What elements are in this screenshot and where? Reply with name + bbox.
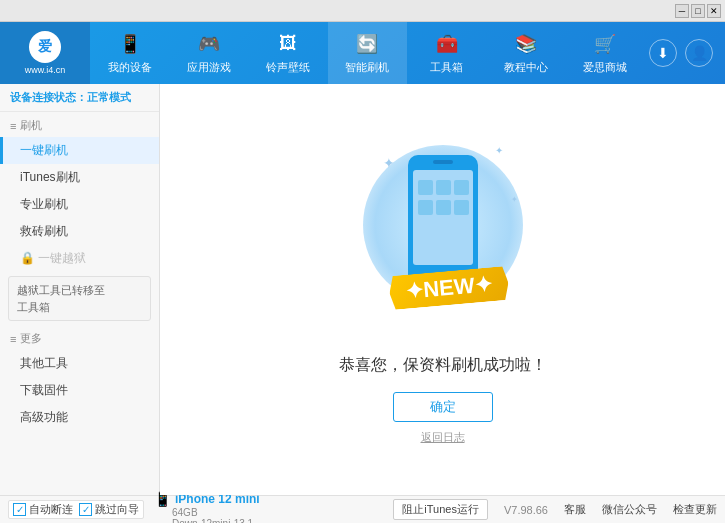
user-button[interactable]: 👤 — [685, 39, 713, 67]
new-badge-star-left: ✦ — [404, 277, 424, 303]
svg-rect-6 — [454, 180, 469, 195]
logo-icon: 爱 — [38, 38, 52, 56]
section2-icon: ≡ — [10, 333, 16, 345]
status-value: 正常模式 — [87, 91, 131, 103]
warning-text: 越狱工具已转移至工具箱 — [17, 284, 105, 313]
section2-label: 更多 — [20, 331, 42, 346]
main-layout: 设备连接状态：正常模式 ≡ 刷机 一键刷机 iTunes刷机 专业刷机 救砖刷机… — [0, 84, 725, 495]
download-fw-label: 下载固件 — [20, 383, 68, 397]
version-text: V7.98.66 — [504, 504, 548, 516]
toolbox-icon: 🧰 — [435, 32, 459, 56]
header: 爱 www.i4.cn 📱 我的设备 🎮 应用游戏 🖼 铃声壁纸 🔄 智能刷机 … — [0, 22, 725, 84]
sidebar-section-more: ≡ 更多 — [0, 325, 159, 350]
maximize-button[interactable]: □ — [691, 4, 705, 18]
other-tools-label: 其他工具 — [20, 356, 68, 370]
svg-rect-9 — [454, 200, 469, 215]
title-bar: ─ □ ✕ — [0, 0, 725, 22]
jailbreak-label: 一键越狱 — [38, 251, 86, 265]
wechat-link[interactable]: 微信公众号 — [602, 502, 657, 517]
svg-rect-8 — [436, 200, 451, 215]
advanced-label: 高级功能 — [20, 410, 68, 424]
device-capacity: 64GB — [172, 507, 260, 518]
logo-area: 爱 www.i4.cn — [0, 22, 90, 84]
sidebar-item-download-fw[interactable]: 下载固件 — [0, 377, 159, 404]
nav-label-my-device: 我的设备 — [108, 60, 152, 75]
sidebar-item-advanced[interactable]: 高级功能 — [0, 404, 159, 431]
wallpaper-icon: 🖼 — [276, 32, 300, 56]
nav-items: 📱 我的设备 🎮 应用游戏 🖼 铃声壁纸 🔄 智能刷机 🧰 工具箱 📚 教程中心… — [90, 22, 645, 84]
apps-games-icon: 🎮 — [197, 32, 221, 56]
logo-subtitle: www.i4.cn — [25, 65, 66, 75]
update-link[interactable]: 检查更新 — [673, 502, 717, 517]
nav-item-store[interactable]: 🛒 爱思商城 — [566, 22, 645, 84]
skip-wizard-checkbox[interactable]: ✓ 跳过向导 — [79, 502, 139, 517]
svg-rect-7 — [418, 200, 433, 215]
pro-flash-label: 专业刷机 — [20, 197, 68, 211]
header-right: ⬇ 👤 — [645, 39, 725, 67]
auto-disconnect-label: 自动断连 — [29, 502, 73, 517]
lock-icon: 🔒 — [20, 251, 38, 265]
sidebar-item-itunes-flash[interactable]: iTunes刷机 — [0, 164, 159, 191]
sidebar: 设备连接状态：正常模式 ≡ 刷机 一键刷机 iTunes刷机 专业刷机 救砖刷机… — [0, 84, 160, 495]
itunes-button[interactable]: 阻止iTunes运行 — [393, 499, 488, 520]
phone-svg — [403, 150, 483, 290]
nav-label-toolbox: 工具箱 — [430, 60, 463, 75]
svg-rect-4 — [418, 180, 433, 195]
checkbox-auto-icon: ✓ — [13, 503, 26, 516]
title-bar-buttons: ─ □ ✕ — [675, 4, 721, 18]
store-icon: 🛒 — [593, 32, 617, 56]
one-key-flash-label: 一键刷机 — [20, 143, 68, 157]
device-model: Down-12mini-13.1 — [172, 518, 260, 524]
smart-flash-icon: 🔄 — [355, 32, 379, 56]
logo-circle: 爱 — [29, 31, 61, 63]
sidebar-item-pro-flash[interactable]: 专业刷机 — [0, 191, 159, 218]
bottom-left: ✓ 自动断连 ✓ 跳过向导 📱 iPhone 12 mini 64GB Down… — [8, 491, 385, 524]
nav-label-apps-games: 应用游戏 — [187, 60, 231, 75]
itunes-flash-label: iTunes刷机 — [20, 170, 80, 184]
nav-item-apps-games[interactable]: 🎮 应用游戏 — [169, 22, 248, 84]
svg-rect-5 — [436, 180, 451, 195]
nav-label-store: 爱思商城 — [583, 60, 627, 75]
nav-label-wallpaper: 铃声壁纸 — [266, 60, 310, 75]
sparkle-3: ✦ — [511, 195, 518, 204]
section1-label: 刷机 — [20, 118, 42, 133]
section1-icon: ≡ — [10, 120, 16, 132]
nav-label-tutorial: 教程中心 — [504, 60, 548, 75]
new-badge-star-right: ✦ — [473, 271, 493, 297]
my-device-icon: 📱 — [118, 32, 142, 56]
sidebar-item-one-key-flash[interactable]: 一键刷机 — [0, 137, 159, 164]
bottom-bar: ✓ 自动断连 ✓ 跳过向导 📱 iPhone 12 mini 64GB Down… — [0, 495, 725, 523]
status-label: 设备连接状态： — [10, 91, 87, 103]
status-bar: 设备连接状态：正常模式 — [0, 84, 159, 112]
bottom-right: 阻止iTunes运行 V7.98.66 客服 微信公众号 检查更新 — [393, 499, 717, 520]
checkbox-wizard-icon: ✓ — [79, 503, 92, 516]
nav-item-tutorial[interactable]: 📚 教程中心 — [486, 22, 565, 84]
sparkle-1: ✦ — [383, 155, 395, 171]
back-link[interactable]: 返回日志 — [421, 430, 465, 445]
skip-wizard-label: 跳过向导 — [95, 502, 139, 517]
close-button[interactable]: ✕ — [707, 4, 721, 18]
svg-rect-3 — [433, 160, 453, 164]
nav-item-my-device[interactable]: 📱 我的设备 — [90, 22, 169, 84]
sidebar-item-save-flash[interactable]: 救砖刷机 — [0, 218, 159, 245]
phone-illustration: ✦ ✦ ✦ ✦N — [353, 135, 533, 335]
sidebar-item-other-tools[interactable]: 其他工具 — [0, 350, 159, 377]
nav-item-toolbox[interactable]: 🧰 工具箱 — [407, 22, 486, 84]
tutorial-icon: 📚 — [514, 32, 538, 56]
sidebar-warning: 越狱工具已转移至工具箱 — [8, 276, 151, 321]
nav-label-smart-flash: 智能刷机 — [345, 60, 389, 75]
download-button[interactable]: ⬇ — [649, 39, 677, 67]
sidebar-item-jailbreak: 🔒 一键越狱 — [0, 245, 159, 272]
success-text: 恭喜您，保资料刷机成功啦！ — [339, 355, 547, 376]
nav-item-wallpaper[interactable]: 🖼 铃声壁纸 — [249, 22, 328, 84]
sidebar-section-flash: ≡ 刷机 — [0, 112, 159, 137]
nav-item-smart-flash[interactable]: 🔄 智能刷机 — [328, 22, 407, 84]
sparkle-2: ✦ — [495, 145, 503, 156]
service-link[interactable]: 客服 — [564, 502, 586, 517]
device-section: 📱 iPhone 12 mini 64GB Down-12mini-13.1 — [154, 491, 260, 524]
main-content: ✦ ✦ ✦ ✦N — [160, 84, 725, 495]
minimize-button[interactable]: ─ — [675, 4, 689, 18]
auto-disconnect-checkbox[interactable]: ✓ 自动断连 — [13, 502, 73, 517]
confirm-button[interactable]: 确定 — [393, 392, 493, 422]
save-flash-label: 救砖刷机 — [20, 224, 68, 238]
